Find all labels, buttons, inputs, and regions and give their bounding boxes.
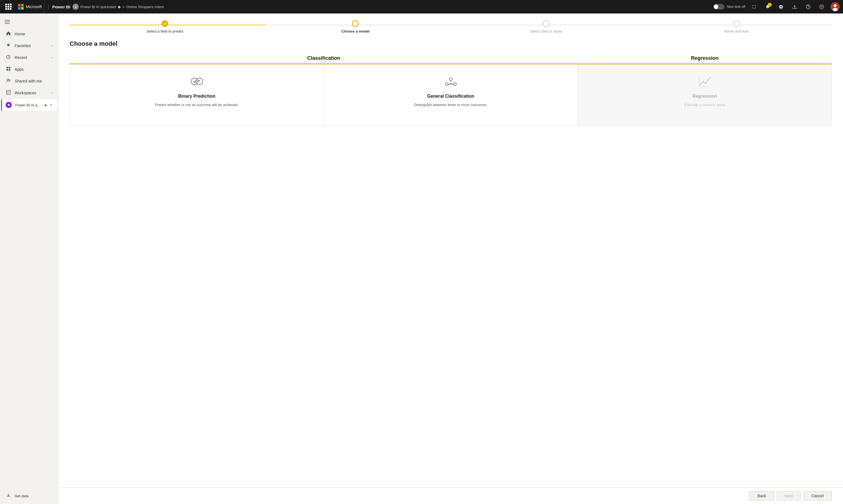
- sidebar-bottom: Get data: [0, 488, 58, 504]
- breadcrumb-page: Online Shoppers Intent: [126, 5, 164, 9]
- active-workspace-label: Power BI AI q...: [15, 103, 41, 107]
- regression-label: Regression: [691, 55, 719, 61]
- sidebar-toggle-button[interactable]: [2, 17, 12, 27]
- sidebar-favorites-label: Favorites: [15, 43, 48, 48]
- classification-category-header: Classification: [70, 55, 578, 64]
- workspace-avatar: [6, 102, 12, 108]
- sidebar-get-data-label: Get data: [15, 494, 53, 498]
- new-look-toggle-area[interactable]: New look off: [713, 4, 745, 10]
- cancel-button[interactable]: Cancel: [803, 491, 832, 501]
- page-title: Choose a model: [70, 40, 832, 48]
- model-cards-row: Binary Prediction Predict whether or not…: [70, 64, 832, 126]
- favorites-chevron-icon: ›: [51, 44, 53, 48]
- avatar[interactable]: [831, 2, 840, 11]
- next-button[interactable]: Next: [777, 491, 801, 501]
- workspace-icon: ⊛: [72, 4, 79, 10]
- main-content: Select a field to predict Choose a model…: [58, 14, 843, 504]
- favorites-icon: [6, 43, 11, 49]
- diamond-icon: ◆: [118, 4, 121, 9]
- svg-point-1: [820, 5, 824, 9]
- breadcrumb-workspace[interactable]: Power BI AI quickstart: [80, 5, 116, 9]
- sidebar-item-apps[interactable]: Apps: [1, 64, 57, 75]
- app-body: Home Favorites › Recent ›: [0, 14, 843, 504]
- sidebar-item-home[interactable]: Home: [1, 28, 57, 40]
- svg-rect-8: [5, 22, 10, 22]
- download-icon[interactable]: [790, 2, 799, 11]
- general-classification-desc: Distinguish between three or more outcom…: [414, 102, 488, 108]
- step-choose-model[interactable]: Choose a model: [260, 20, 451, 33]
- sidebar-item-favorites[interactable]: Favorites ›: [1, 40, 57, 51]
- sidebar-workspaces-label: Workspaces: [15, 91, 48, 95]
- regression-card[interactable]: Regression Estimate a numeric value: [578, 64, 832, 126]
- get-data-icon: [6, 493, 11, 499]
- step-label-4: Name and train: [724, 29, 749, 33]
- svg-rect-12: [9, 67, 11, 69]
- svg-point-15: [7, 79, 9, 80]
- svg-point-22: [454, 83, 457, 86]
- step-circle-3: [543, 20, 549, 27]
- svg-rect-9: [5, 23, 10, 24]
- home-icon: [6, 31, 11, 37]
- sidebar-item-active-workspace[interactable]: Power BI AI q... ◆ ∨: [1, 99, 57, 111]
- regression-desc: Estimate a numeric value: [684, 102, 725, 108]
- back-button[interactable]: Back: [749, 491, 774, 501]
- svg-rect-14: [9, 69, 11, 71]
- microsoft-logo-area: Microsoft: [16, 0, 45, 14]
- apps-icon: [6, 67, 11, 72]
- binary-prediction-card[interactable]: Binary Prediction Predict whether or not…: [70, 64, 324, 126]
- shared-icon: [6, 78, 11, 84]
- sidebar-item-get-data[interactable]: Get data: [1, 490, 57, 502]
- new-look-toggle[interactable]: [713, 4, 724, 10]
- category-headers-row: Classification Regression: [70, 55, 832, 64]
- general-classification-card[interactable]: General Classification Distinguish betwe…: [324, 64, 578, 126]
- sidebar-item-workspaces[interactable]: Workspaces ›: [1, 87, 57, 98]
- svg-point-20: [449, 78, 452, 80]
- regression-title: Regression: [692, 94, 717, 99]
- classification-label: Classification: [307, 55, 340, 61]
- recent-chevron-icon: ›: [51, 56, 53, 59]
- svg-point-5: [834, 4, 837, 7]
- step-label-2: Choose a model: [341, 29, 369, 33]
- svg-rect-7: [5, 20, 10, 20]
- svg-point-16: [9, 80, 11, 81]
- binary-prediction-desc: Predict whether or not an outcome will b…: [155, 102, 239, 108]
- svg-point-6: [832, 8, 838, 11]
- binary-prediction-icon: [189, 73, 205, 89]
- toggle-label: New look off: [727, 5, 745, 9]
- sidebar-item-shared[interactable]: Shared with me: [1, 75, 57, 87]
- step-select-field[interactable]: Select a field to predict: [70, 20, 260, 33]
- sidebar-shared-label: Shared with me: [15, 79, 53, 83]
- binary-prediction-title: Binary Prediction: [178, 94, 215, 99]
- step-select-data[interactable]: Select data to study: [451, 20, 641, 33]
- svg-point-24: [702, 82, 703, 83]
- top-navigation: Microsoft | Power BI ⊛ Power BI AI quick…: [0, 0, 843, 14]
- general-classification-title: General Classification: [427, 94, 474, 99]
- feedback-icon[interactable]: [817, 2, 826, 11]
- svg-point-3: [822, 6, 823, 6]
- svg-rect-13: [6, 69, 8, 71]
- powerbi-label: Power BI: [52, 4, 70, 9]
- general-classification-icon: [443, 73, 459, 89]
- regression-category-header: Regression: [578, 55, 832, 64]
- notifications-icon[interactable]: 1: [763, 2, 772, 11]
- waffle-menu[interactable]: [3, 2, 14, 12]
- wizard-stepper: Select a field to predict Choose a model…: [58, 14, 843, 33]
- nav-right-actions: New look off 1: [713, 2, 840, 11]
- recent-icon: [6, 55, 11, 60]
- help-icon[interactable]: [804, 2, 813, 11]
- model-selection-area: Classification Regression: [70, 55, 832, 126]
- svg-point-25: [704, 82, 705, 83]
- step-name-train[interactable]: Name and train: [641, 20, 832, 33]
- bottom-action-bar: Back Next Cancel: [58, 487, 843, 504]
- sidebar-item-recent[interactable]: Recent ›: [1, 52, 57, 63]
- svg-rect-11: [6, 67, 8, 69]
- microsoft-logo: [18, 4, 23, 10]
- settings-icon[interactable]: [777, 2, 786, 11]
- workspaces-icon: [6, 90, 11, 96]
- svg-point-27: [709, 77, 710, 78]
- expand-icon[interactable]: [750, 2, 759, 11]
- step-circle-2: [352, 20, 359, 27]
- workspace-chevron-icon: ∨: [50, 103, 53, 107]
- notification-badge: 1: [768, 3, 772, 7]
- step-circle-1: [161, 20, 168, 27]
